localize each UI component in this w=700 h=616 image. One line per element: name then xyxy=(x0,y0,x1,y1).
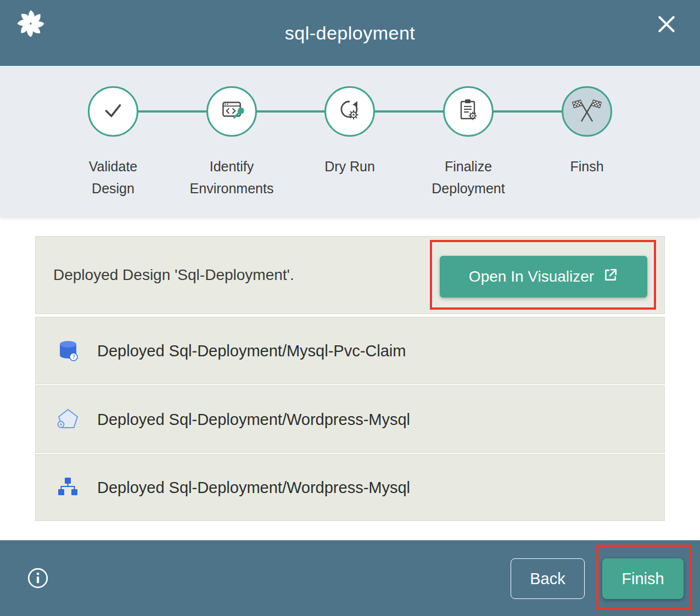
design-summary-text: Deployed Design 'Sql-Deployment'. xyxy=(53,266,294,284)
step-label-validate-design: Validate Design xyxy=(47,155,179,199)
deployment-row-wordpress-mysql-1: Deployed Sql-Deployment/Wordpress-Mysql xyxy=(35,385,665,453)
pentagon-resource-icon xyxy=(55,406,82,433)
design-summary-row: Deployed Design 'Sql-Deployment'. Open I… xyxy=(35,236,665,314)
check-icon xyxy=(100,98,126,125)
step-circle-validate-design xyxy=(88,86,138,137)
clipboard-gear-icon xyxy=(455,97,481,126)
database-icon: ? xyxy=(55,338,82,364)
step-label-identify-environments: Identify Environments xyxy=(166,155,298,199)
modal-footer: Back Finish xyxy=(0,540,700,616)
close-icon xyxy=(656,13,677,37)
modal-title: sql-deployment xyxy=(0,0,700,66)
open-in-visualizer-label: Open In Visualizer xyxy=(469,268,594,285)
step-circle-finish xyxy=(562,86,612,137)
deployment-row-pvc-claim: ? Deployed Sql-Deployment/Mysql-Pvc-Clai… xyxy=(35,317,665,384)
svg-text:?: ? xyxy=(72,354,75,360)
step-label-dry-run: Dry Run xyxy=(284,155,416,177)
info-icon xyxy=(26,583,49,591)
finish-flags-icon xyxy=(572,97,602,126)
rerun-gear-icon xyxy=(337,97,363,126)
code-window-wrench-icon xyxy=(219,97,245,126)
close-button[interactable] xyxy=(654,12,679,37)
deployment-wizard-modal: sql-deployment xyxy=(0,0,700,616)
step-circle-finalize-deployment xyxy=(443,86,494,137)
hierarchy-icon xyxy=(55,474,82,501)
external-link-icon xyxy=(603,267,618,287)
info-button[interactable] xyxy=(26,567,49,590)
step-circle-dry-run xyxy=(324,86,375,137)
open-in-visualizer-button[interactable]: Open In Visualizer xyxy=(440,256,647,298)
modal-header: sql-deployment xyxy=(0,0,700,66)
step-label-finish: Finsh xyxy=(521,155,653,177)
deployment-row-wordpress-mysql-2: Deployed Sql-Deployment/Wordpress-Mysql xyxy=(35,454,665,521)
deployment-row-text: Deployed Sql-Deployment/Wordpress-Mysql xyxy=(97,479,410,497)
step-label-finalize-deployment: Finalize Deployment xyxy=(402,155,534,199)
deployment-row-text: Deployed Sql-Deployment/Wordpress-Mysql xyxy=(97,410,410,428)
back-button[interactable]: Back xyxy=(511,558,585,599)
step-circle-identify-environments xyxy=(206,86,257,137)
stepper: Validate Design Identify Environments Dr… xyxy=(0,66,700,217)
finish-button[interactable]: Finish xyxy=(602,558,684,599)
deployment-row-text: Deployed Sql-Deployment/Mysql-Pvc-Claim xyxy=(97,341,406,360)
